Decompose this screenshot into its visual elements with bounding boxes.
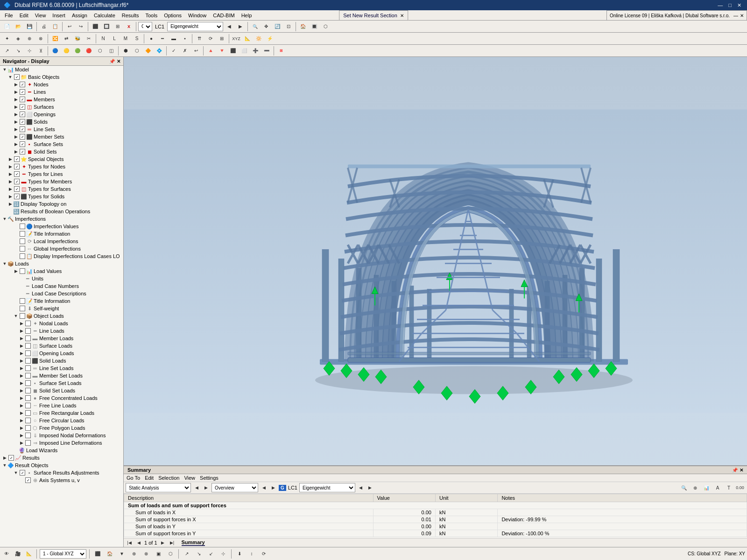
tree-imposed-line[interactable]: ▶ ⇒ Imposed Line Deformations — [0, 439, 123, 447]
expand-solids[interactable]: ▶ — [13, 119, 19, 125]
tb2-line[interactable]: ━ — [157, 34, 168, 44]
expand-load-values[interactable]: ▶ — [13, 268, 19, 274]
tb3-9[interactable]: ⬡ — [95, 46, 105, 56]
menu-help[interactable]: Help — [239, 12, 255, 19]
tb3-1[interactable]: ↗ — [2, 46, 12, 56]
tb2-18[interactable]: 🔆 — [254, 34, 264, 44]
cb-free-conc[interactable] — [25, 395, 31, 401]
tb3-15[interactable]: 💠 — [154, 46, 164, 56]
tb-nav-next[interactable]: ▶ — [235, 21, 246, 32]
status-tb1[interactable]: ⬛ — [92, 549, 103, 559]
cb-solid-sets[interactable] — [20, 149, 25, 154]
lc-sum-next[interactable]: ▶ — [366, 484, 374, 491]
view-select[interactable]: 1 - Global XYZ — [40, 549, 86, 559]
status-force[interactable]: ↕ — [247, 549, 257, 559]
tb3-10[interactable]: ◫ — [106, 46, 116, 56]
exp-ss-loads[interactable]: ▶ — [19, 380, 24, 386]
tb3-undo2[interactable]: ↩ — [191, 46, 201, 56]
tb3-22[interactable]: ⊠ — [276, 46, 286, 56]
cb-axis[interactable] — [25, 477, 31, 483]
tree-self-weight[interactable]: ▶ ⬇ Self-weight — [0, 305, 123, 312]
exp-solid-loads[interactable]: ▶ — [19, 358, 24, 364]
cb-title-info-loads[interactable] — [20, 298, 25, 304]
tb3-18[interactable]: ⬛ — [228, 46, 238, 56]
tb-pan[interactable]: ✥ — [261, 21, 271, 32]
tree-imperfection-values[interactable]: ▶ 🔵 Imperfection Values — [0, 223, 123, 230]
tb3-19[interactable]: ⬜ — [239, 46, 249, 56]
tb2-15[interactable]: ⊞ — [217, 34, 227, 44]
menu-assign[interactable]: Assign — [69, 12, 90, 19]
tb-new[interactable]: 📄 — [2, 21, 12, 32]
tb3-20[interactable]: ➕ — [250, 46, 261, 56]
expand-loads[interactable]: ▼ — [2, 261, 7, 266]
tree-result-objects[interactable]: ▼ 🔷 Result Objects — [0, 462, 123, 469]
exp-member-loads[interactable]: ▶ — [19, 336, 24, 341]
expand-surfaces[interactable]: ▶ — [13, 104, 19, 110]
cb-disp-imp[interactable] — [20, 253, 25, 259]
result-type-select[interactable]: Overview — [211, 483, 258, 492]
load-case-dropdown[interactable]: G — [138, 22, 152, 31]
tree-free-poly-loads[interactable]: ▶ ⬡ Free Polygon Loads — [0, 424, 123, 432]
expand-members[interactable]: ▶ — [13, 97, 19, 102]
tb2-16[interactable]: XYZ — [231, 34, 241, 44]
cb-object-loads[interactable] — [20, 313, 25, 319]
cb-free-circ[interactable] — [25, 418, 31, 423]
summary-goto[interactable]: Go To — [127, 475, 140, 481]
tree-openings[interactable]: ▶ ⬜ Openings — [0, 111, 123, 118]
sum-tb6[interactable]: 0.00 — [735, 483, 745, 493]
cb-types-lines[interactable] — [14, 171, 20, 177]
analysis-next[interactable]: ▶ — [202, 484, 210, 491]
expand-imperfections[interactable]: ▼ — [2, 216, 7, 222]
tb-view3d[interactable]: 🔲 — [101, 21, 112, 32]
tree-solid-set-loads[interactable]: ▶ ◼ Solid Set Loads — [0, 387, 123, 394]
minimize-button[interactable]: — — [716, 2, 725, 8]
cb-types-members[interactable] — [14, 179, 20, 184]
tree-solids[interactable]: ▶ ⬛ Solids — [0, 118, 123, 126]
tb-print2[interactable]: 📋 — [50, 21, 60, 32]
cb-free-rect[interactable] — [25, 410, 31, 416]
exp-free-poly[interactable]: ▶ — [19, 425, 24, 431]
page-last[interactable]: ▶| — [169, 539, 176, 546]
cb-solid-loads[interactable] — [25, 358, 31, 364]
exp-free-circ[interactable]: ▶ — [19, 418, 24, 423]
expand-model[interactable]: ▼ — [2, 67, 7, 72]
tree-nodes[interactable]: ▶ ✦ Nodes — [0, 81, 123, 88]
tb2-2[interactable]: ◈ — [13, 34, 23, 44]
expand-obj-loads[interactable]: ▼ — [13, 313, 19, 319]
status-icon3[interactable]: 📐 — [24, 549, 34, 559]
exp-opening-loads[interactable]: ▶ — [19, 350, 24, 356]
tb-view2d[interactable]: ⊞ — [113, 21, 123, 32]
expand-openings[interactable]: ▶ — [13, 112, 19, 117]
summary-pin[interactable]: 📌 — [732, 468, 738, 473]
tb2-node[interactable]: ● — [146, 34, 156, 44]
cb-surf-res[interactable] — [20, 470, 25, 476]
status-moment[interactable]: ⟳ — [259, 549, 269, 559]
cb-sols-loads[interactable] — [25, 388, 31, 393]
status-icon2[interactable]: 🎥 — [13, 549, 22, 559]
cb-solids[interactable] — [20, 119, 25, 125]
status-tb6[interactable]: ▣ — [153, 549, 163, 559]
menu-view[interactable]: View — [32, 12, 49, 19]
tree-member-loads[interactable]: ▶ ▬ Member Loads — [0, 335, 123, 342]
sum-tb1[interactable]: 🔍 — [679, 483, 689, 493]
tb2-7[interactable]: 🐝 — [72, 34, 83, 44]
expand-results[interactable]: ▶ — [2, 455, 7, 461]
tb-print[interactable]: 🖨 — [39, 21, 49, 32]
tree-types-solids[interactable]: ▶ ⬛ Types for Solids — [0, 193, 123, 200]
cb-load-values[interactable] — [20, 268, 25, 274]
status-tb10[interactable]: ↙ — [206, 549, 216, 559]
summary-tab[interactable]: Summary — [182, 539, 205, 546]
tb3-21[interactable]: ➖ — [261, 46, 272, 56]
tb-nav-prev[interactable]: ◀ — [224, 21, 234, 32]
tb-wire[interactable]: 🔳 — [309, 21, 319, 32]
sum-tb2[interactable]: ⊕ — [690, 483, 700, 493]
tb3-5[interactable]: 🔵 — [50, 46, 60, 56]
menu-results[interactable]: Results — [119, 12, 142, 19]
cb-results[interactable] — [8, 455, 14, 461]
lc-sum-prev[interactable]: ◀ — [357, 484, 365, 491]
tree-free-line-loads[interactable]: ▶ ╌ Free Line Loads — [0, 402, 123, 409]
page-next[interactable]: ▶ — [159, 539, 167, 546]
tree-results[interactable]: ▶ 📈 Results — [0, 454, 123, 462]
cb-member-sets[interactable] — [20, 134, 25, 140]
cb-self-weight[interactable] — [20, 306, 25, 311]
